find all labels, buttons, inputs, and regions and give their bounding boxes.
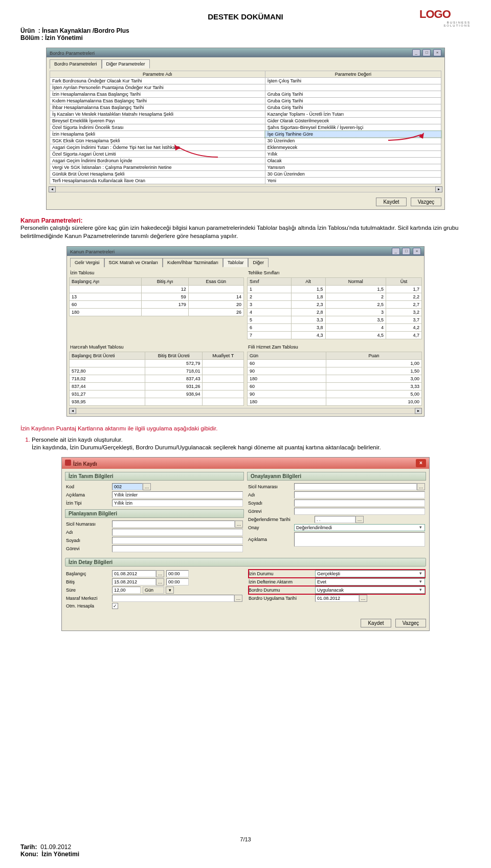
table-row[interactable]: 572,80718,01 (70, 367, 244, 375)
degerlendirme-input[interactable]: . . (315, 516, 355, 523)
table-row[interactable]: Bireysel Emeklilik İşveren PayıGider Ola… (50, 118, 441, 124)
bordro-durumu-dropdown[interactable]: Uygulanacak (315, 587, 425, 594)
table-row[interactable]: 931,27938,94 (70, 390, 244, 398)
kod-picker[interactable]: … (143, 483, 151, 490)
baslangic-picker[interactable]: … (156, 570, 164, 577)
table-row[interactable]: 901,50 (248, 367, 422, 375)
table-row[interactable]: 938,95 (70, 398, 244, 406)
table-row[interactable]: Günlük Brüt Ücret Hesaplama Şekli30 Gün … (50, 171, 441, 178)
horizontal-scrollbar[interactable]: ◂▸ (47, 186, 444, 194)
table-row[interactable]: İhbar Hesaplamalarına Esas Başlangıç Tar… (50, 104, 441, 111)
defter-dropdown[interactable]: Evet (315, 578, 425, 585)
table-row[interactable]: 11,51,51,7 (248, 286, 422, 293)
izin-tablosu: Başlangıç Ayı Bitiş Ayı Esas Gün 1213591… (69, 277, 244, 316)
aciklama-input[interactable]: Yıllık İzinler (112, 491, 243, 498)
bitis-input[interactable]: 15.08.2012 (112, 578, 156, 585)
tab-diger-parametreler[interactable]: Diğer Parametreler (102, 59, 150, 69)
lbl-aciklama2: Açıklama (248, 537, 294, 542)
table-row[interactable]: İş Kazaları Ve Meslek Hastalıkları Matra… (50, 111, 441, 118)
table-row[interactable]: 18026 (70, 309, 244, 316)
soyadi-o-input[interactable] (294, 500, 425, 507)
masraf-input[interactable] (112, 595, 234, 602)
sicil-input[interactable] (112, 520, 235, 528)
tab-diger[interactable]: Diğer (248, 258, 269, 267)
table-row[interactable]: Asgari Geçim İndirimi Tutarı : Ödeme Tip… (50, 144, 441, 151)
close-button[interactable]: × (433, 49, 441, 56)
table-row[interactable]: 12 (70, 286, 244, 293)
otm-checkbox[interactable]: ✓ (112, 603, 118, 609)
table-row[interactable]: 1803,00 (248, 375, 422, 383)
table-row[interactable]: 572,79 (70, 360, 244, 367)
tab-kidem-ihbar[interactable]: Kıdem/İhbar Tazminatları (163, 258, 223, 267)
parametre-tablosu: Parametre Adı Parametre Değeri Fark Bord… (50, 71, 441, 184)
kaydet-button[interactable]: Kaydet (361, 619, 391, 627)
tab-bordro-parametreleri[interactable]: Bordro Parametreleri (50, 59, 102, 69)
minimize-button[interactable]: _ (392, 248, 400, 255)
table-row[interactable]: 837,44931,26 (70, 383, 244, 390)
table-row[interactable]: Vergi Ve SGK İstisnaları : Çalışma Param… (50, 164, 441, 171)
onay-dropdown[interactable]: Değerlendirilmedi (294, 524, 425, 531)
gorevi-input[interactable] (112, 545, 243, 552)
table-row[interactable]: 601,00 (248, 360, 422, 367)
table-row[interactable]: 21,822,2 (248, 293, 422, 301)
close-button[interactable]: × (413, 248, 421, 255)
table-row[interactable]: Fark Bordrosuna Öndeğer Olacak Kur Tarih… (50, 78, 441, 84)
soyadi-input[interactable] (112, 537, 243, 544)
table-row[interactable]: 18010,00 (248, 398, 422, 406)
masraf-picker[interactable]: … (234, 595, 242, 602)
kod-input[interactable]: 002 (112, 483, 143, 490)
sicil-picker[interactable]: … (235, 520, 243, 528)
table-row[interactable]: 6017920 (70, 301, 244, 309)
table-row[interactable]: İşten Ayrılan Personelin Puantajına Önde… (50, 84, 441, 91)
vazgec-button[interactable]: Vazgeç (395, 619, 426, 627)
table-row[interactable]: İzin Hesaplamalarına Esas Başlangıç Tari… (50, 91, 441, 98)
close-button[interactable]: × (416, 459, 426, 467)
table-row[interactable]: Asgari Geçim İndirimi Bordronun İçindeOl… (50, 158, 441, 164)
gorevi-o-input[interactable] (294, 508, 425, 515)
sure-input[interactable]: 12,00 (112, 587, 141, 594)
table-row[interactable]: Terfi Hesaplamasında Kullanılacak İlave … (50, 178, 441, 184)
table-row[interactable]: Özel Sigorta İndirimi Öncelik SırasıŞahı… (50, 124, 441, 131)
table-row[interactable]: 135914 (70, 293, 244, 301)
table-row[interactable]: SGK Eksik Gün Hesaplama Şekli30 Üzerinde… (50, 138, 441, 144)
table-row[interactable]: 74,34,54,7 (248, 332, 422, 339)
aciklama2-input[interactable] (294, 532, 425, 547)
horizontal-scrollbar[interactable]: ◂▸ (67, 408, 424, 416)
lbl-adi-o: Adı (248, 492, 294, 497)
degerlendirme-picker[interactable]: … (355, 516, 364, 523)
tab-tablolar[interactable]: Tablolar (223, 258, 249, 267)
adi-input[interactable] (112, 529, 243, 536)
baslangic-saat[interactable]: 00:00 (166, 570, 189, 577)
baslangic-input[interactable]: 01.08.2012 (112, 570, 156, 577)
izintipi-input[interactable]: Yıllık İzin (112, 500, 243, 507)
table-row[interactable]: 53,33,53,7 (248, 316, 422, 324)
tab-sgk-matrah[interactable]: SGK Matrah ve Oranları (104, 258, 163, 267)
bordro-tarih-picker[interactable]: … (359, 595, 367, 602)
bitis-saat[interactable]: 00:00 (166, 578, 189, 585)
kaydet-button[interactable]: Kaydet (376, 198, 407, 206)
table-row[interactable]: 905,00 (248, 390, 422, 398)
table-row[interactable]: Kıdem Hesaplamalarına Esas Başlangıç Tar… (50, 98, 441, 104)
table-row[interactable]: 42,833,2 (248, 309, 422, 316)
minimize-button[interactable]: _ (412, 49, 420, 56)
tab-gelir-vergisi[interactable]: Gelir Vergisi (70, 258, 104, 267)
maximize-button[interactable]: □ (422, 49, 431, 56)
maximize-button[interactable]: □ (402, 248, 410, 255)
group-izin-detay: İzin Detay Bilgileri (65, 558, 426, 567)
table-row[interactable]: 32,32,52,7 (248, 301, 422, 309)
table-row[interactable]: 603,33 (248, 383, 422, 390)
table-row[interactable]: 63,844,2 (248, 324, 422, 332)
table-row[interactable]: Özel Sigorta Asgari Ücret LimitiYıllık (50, 151, 441, 158)
adi-o-input[interactable] (294, 491, 425, 498)
vazgec-button[interactable]: Vazgeç (411, 198, 441, 206)
bitis-picker[interactable]: … (156, 578, 164, 585)
table-row[interactable]: 718,02837,43 (70, 375, 244, 383)
sicil-o-input[interactable] (294, 483, 417, 490)
sicil-o-picker[interactable]: … (417, 483, 425, 490)
lbl-bitis: Bitiş (66, 579, 112, 584)
bordro-tarih-input[interactable]: 01.08.2012 (315, 595, 359, 602)
izin-durumu-dropdown[interactable]: Gerçekleşti (315, 570, 425, 577)
sure-dd[interactable]: ▾ (166, 587, 174, 594)
table-row[interactable]: İzin Hesaplama Şekliİşe Giriş Tarihine G… (50, 131, 441, 138)
lbl-soyadi: Soyadı (66, 538, 112, 543)
